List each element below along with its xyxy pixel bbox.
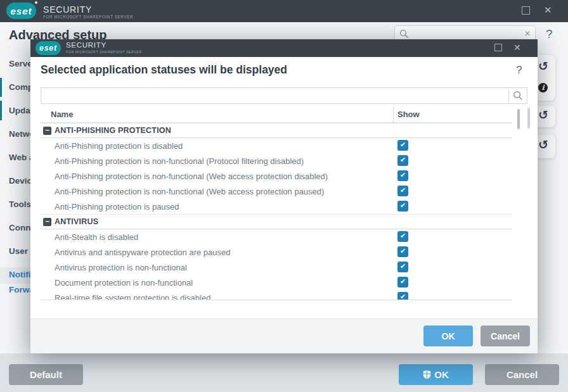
status-label: Anti-Phishing protection is disabled [55, 141, 183, 151]
eset-logo: eset [6, 3, 36, 19]
sidebar-accent-bar [0, 78, 2, 97]
column-header-name[interactable]: Name [51, 110, 73, 119]
search-icon[interactable] [508, 88, 527, 103]
screen: eset SECURITY FOR MICROSOFT SHAREPOINT S… [0, 0, 568, 392]
info-icon[interactable]: i [538, 83, 548, 92]
show-checkbox[interactable] [397, 186, 408, 196]
main-titlebar: eset SECURITY FOR MICROSOFT SHAREPOINT S… [0, 0, 568, 22]
table-row[interactable]: Document protection is non-functional [41, 275, 512, 290]
status-label: Real-time file system protection is disa… [55, 293, 210, 300]
status-label: Anti-Phishing protection is non-function… [55, 156, 304, 166]
collapse-minus-icon[interactable] [43, 127, 51, 135]
main-footer: Default OK Cancel [0, 353, 568, 392]
status-label: Anti-Stealth is disabled [55, 232, 138, 242]
help-icon[interactable]: ? [516, 64, 522, 77]
main-ok-label: OK [434, 369, 449, 380]
table-row[interactable]: Real-time file system protection is disa… [41, 290, 512, 300]
show-checkbox[interactable] [397, 155, 408, 166]
show-checkbox[interactable] [397, 231, 408, 242]
status-label: Anti-Phishing protection is non-function… [55, 172, 328, 181]
table-row[interactable]: Anti-Phishing protection is paused [41, 199, 512, 214]
show-checkbox[interactable] [397, 170, 408, 181]
dialog-footer: OK Cancel [30, 319, 538, 353]
main-search-input[interactable] [411, 27, 519, 41]
section-row-antivirus[interactable]: ANTIVIRUS [41, 214, 512, 229]
dialog-titlebar: eset SECURITY FOR MICROSOFT SHAREPOINT S… [30, 39, 538, 57]
maximize-icon[interactable] [494, 44, 502, 51]
main-ok-button[interactable]: OK [399, 364, 473, 385]
dialog-search-input[interactable] [45, 89, 501, 102]
show-checkbox[interactable] [397, 292, 408, 300]
section-label: ANTI-PHISHING PROTECTION [55, 126, 171, 135]
revert-icon[interactable]: ↺ [538, 137, 548, 152]
section-row-antiphishing[interactable]: ANTI-PHISHING PROTECTION [41, 123, 512, 138]
sidebar-accent-bar [0, 101, 2, 120]
table-row[interactable]: Anti-Stealth is disabled [41, 229, 512, 244]
eset-logo: eset [36, 41, 61, 55]
dialog-cancel-button[interactable]: Cancel [481, 326, 530, 346]
table-row[interactable]: Antivirus and antispyware protection are… [41, 244, 512, 260]
maximize-icon[interactable] [522, 6, 530, 15]
close-icon[interactable]: ✕ [544, 6, 552, 15]
status-label: Anti-Phishing protection is paused [55, 202, 179, 212]
status-label: Antivirus and antispyware protection are… [55, 248, 231, 257]
default-button[interactable]: Default [9, 364, 83, 385]
close-icon[interactable]: ✕ [513, 43, 521, 52]
status-table: Name Show ANTI-PHISHING PROTECTION Anti-… [41, 106, 512, 300]
table-row[interactable]: Anti-Phishing protection is disabled [41, 138, 512, 153]
show-checkbox[interactable] [397, 246, 408, 257]
table-row[interactable]: Anti-Phishing protection is non-function… [41, 153, 512, 168]
dialog-heading: Selected application statuses will be di… [41, 63, 287, 77]
product-edition: FOR MICROSOFT SHAREPOINT SERVER [66, 50, 142, 54]
clear-search-icon[interactable]: ✕ [524, 29, 531, 38]
revert-icon[interactable]: ↺ [538, 59, 548, 73]
show-checkbox[interactable] [397, 277, 408, 288]
application-statuses-dialog: eset SECURITY FOR MICROSOFT SHAREPOINT S… [30, 39, 538, 353]
product-name: SECURITY [43, 4, 92, 15]
registered-mark-icon [35, 1, 37, 4]
revert-icon[interactable]: ↺ [538, 108, 548, 122]
status-label: Document protection is non-functional [55, 278, 193, 288]
show-checkbox[interactable] [397, 262, 408, 272]
table-scrollbar[interactable] [517, 109, 520, 129]
help-icon[interactable]: ? [546, 27, 553, 41]
dialog-scrollbar[interactable] [527, 108, 530, 129]
column-separator [393, 106, 394, 123]
status-label: Antivirus protection is non-functional [55, 263, 187, 272]
show-checkbox[interactable] [397, 201, 408, 212]
show-checkbox[interactable] [397, 140, 408, 151]
product-name: SECURITY [66, 41, 106, 49]
table-header: Name Show [41, 106, 512, 123]
dialog-search-box[interactable] [41, 87, 527, 104]
table-row[interactable]: Antivirus protection is non-functional [41, 260, 512, 275]
main-cancel-button[interactable]: Cancel [485, 364, 559, 385]
section-label: ANTIVIRUS [55, 217, 98, 226]
uac-shield-icon [423, 370, 431, 379]
table-row[interactable]: Anti-Phishing protection is non-function… [41, 184, 512, 199]
collapse-minus-icon[interactable] [43, 218, 51, 226]
dialog-ok-button[interactable]: OK [423, 326, 473, 346]
table-row[interactable]: Anti-Phishing protection is non-function… [41, 168, 512, 184]
column-header-show[interactable]: Show [397, 110, 420, 119]
product-edition: FOR MICROSOFT SHAREPOINT SERVER [43, 15, 133, 19]
status-label: Anti-Phishing protection is non-function… [55, 187, 324, 196]
